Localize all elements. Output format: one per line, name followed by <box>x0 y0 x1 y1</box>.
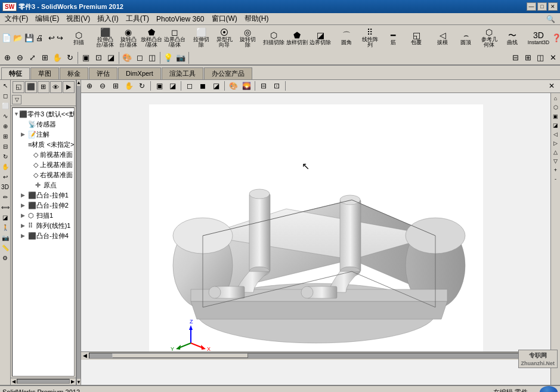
tb-extrude-cut[interactable]: ⬜ 拉伸切除 <box>190 26 212 50</box>
tb2-display-style[interactable]: ◻ <box>134 52 146 64</box>
tab-office[interactable]: 办公室产品 <box>204 67 252 79</box>
tb-wrap[interactable]: ◱ 包覆 <box>405 29 428 47</box>
lt-measure[interactable]: 📏 <box>1 243 10 253</box>
tb-revolve-cut[interactable]: ◎ 旋转切除 <box>236 26 259 50</box>
vp-scene[interactable]: 🌄 <box>240 81 252 91</box>
viewport-hscroll[interactable]: ◀ ▶ <box>81 351 550 360</box>
tb2-appearance[interactable]: 🎨 <box>121 52 133 64</box>
minimize-button[interactable]: — <box>527 2 536 11</box>
rt-back[interactable]: ◪ <box>552 121 560 129</box>
lt-snap-shot[interactable]: 📷 <box>1 233 10 243</box>
tb2-zoom-in[interactable]: ⊕ <box>1 52 13 64</box>
menu-help[interactable]: 帮助(H) <box>241 13 273 25</box>
tb-redo[interactable]: ↪ <box>56 32 64 44</box>
ft-config[interactable]: ⊞ <box>38 81 49 93</box>
tab-sheet-metal[interactable]: 标金 <box>60 67 88 79</box>
tree-origin[interactable]: ✛ 原点 <box>14 180 73 190</box>
rt-home[interactable]: ⌂ <box>552 94 560 103</box>
tb-loft-boss[interactable]: ⬟ 放样凸台/基体 <box>140 26 163 50</box>
tb-print[interactable]: 🖨 <box>35 32 44 44</box>
menu-tools[interactable]: 工具(T) <box>122 13 153 25</box>
lt-feature-select[interactable]: ◻ <box>1 91 10 101</box>
vp-options1[interactable]: ⊟ <box>258 81 270 91</box>
hscroll-thumb[interactable] <box>112 353 248 358</box>
maximize-button[interactable]: □ <box>537 2 547 11</box>
tab-render[interactable]: 渲染工具 <box>162 67 203 79</box>
lt-rotate[interactable]: ↻ <box>1 152 10 162</box>
rt-left[interactable]: ◁ <box>552 130 560 138</box>
tb-help-arrow[interactable]: ❓ <box>551 32 560 44</box>
tb-ref-geom[interactable]: ⬡ 参考几何体 <box>478 26 500 50</box>
rt-isometric[interactable]: ⬡ <box>552 103 560 112</box>
panel-scroll-up[interactable]: ▲ <box>76 80 81 85</box>
tb2-hide-show[interactable]: ◫ <box>146 52 158 64</box>
tb-boundary-cut[interactable]: ◪ 边界切除 <box>309 29 332 47</box>
tb2-zoom-sel[interactable]: ⊞ <box>39 52 51 64</box>
lt-3d-sketch[interactable]: 3D <box>1 183 10 192</box>
tab-features[interactable]: 特征 <box>1 67 30 79</box>
tree-material[interactable]: ≡ 材质 <未指定> <box>14 140 73 150</box>
rt-bottom[interactable]: ▽ <box>552 157 560 165</box>
ft-display[interactable]: 👁 <box>50 81 62 93</box>
tab-dimxpert[interactable]: DimXpert <box>118 67 161 79</box>
tb-rib[interactable]: ━ 筋 <box>382 29 404 47</box>
ft-filter[interactable]: ▽ <box>12 95 21 104</box>
tb-dome[interactable]: ⌢ 圆顶 <box>454 29 477 47</box>
tb2-tile-h[interactable]: ⊟ <box>509 52 521 64</box>
lt-sketch[interactable]: ✏ <box>1 193 10 202</box>
tb-extrude-boss[interactable]: ⬛ 拉伸凸台/基体 <box>94 26 116 50</box>
ft-props[interactable]: ⬛ <box>25 81 37 93</box>
tb2-cascade[interactable]: ◫ <box>534 52 546 64</box>
lt-lasso[interactable]: ∿ <box>1 112 10 121</box>
rt-top[interactable]: △ <box>552 148 560 156</box>
vp-zoom-out[interactable]: ⊖ <box>97 81 109 91</box>
lt-zoom-prev[interactable]: ⊟ <box>1 142 10 152</box>
viewport[interactable]: ⊕ ⊖ ⊞ ✋ ↻ ▣ ◪ ◻ ◼ ◪ 🎨 🌄 ⊟ ⊡ ✕ ⌂ ⬡ ▣ ◪ <box>81 80 560 385</box>
tree-sensors[interactable]: 📡 传感器 <box>14 119 73 129</box>
lt-pan[interactable]: ✋ <box>1 162 10 172</box>
lt-zoom-win[interactable]: ⊕ <box>1 122 10 131</box>
vp-display1[interactable]: ◻ <box>184 81 196 91</box>
tb2-view-orientation[interactable]: ⊡ <box>92 52 104 64</box>
tb2-rotate[interactable]: ↻ <box>64 52 76 64</box>
tb2-close-all[interactable]: ✕ <box>547 52 559 64</box>
vp-display3[interactable]: ◪ <box>210 81 222 91</box>
tree-right-plane[interactable]: ◇ 右视基准面 <box>14 170 73 180</box>
tb-save[interactable]: 💾 <box>24 32 35 44</box>
menu-insert[interactable]: 插入(I) <box>94 13 122 25</box>
vp-zoom-to-fit[interactable]: ⊕ <box>83 81 95 91</box>
vp-appear[interactable]: 🎨 <box>227 81 239 91</box>
menu-view[interactable]: 视图(V) <box>63 13 94 25</box>
tab-evaluate[interactable]: 评估 <box>89 67 117 79</box>
tb2-pan[interactable]: ✋ <box>51 52 63 64</box>
rt-zoom-minus[interactable]: - <box>552 175 560 183</box>
tb-hole-wizard[interactable]: ⦿ 异型孔向导 <box>213 26 236 50</box>
tb-new[interactable]: 📄 <box>1 32 12 44</box>
tree-boss-extrude1[interactable]: ▶ ⬛ 凸台-拉伸1 <box>14 190 73 200</box>
menu-edit[interactable]: 编辑(E) <box>32 13 63 25</box>
tb2-tile-v[interactable]: ⊞ <box>522 52 534 64</box>
tree-top-plane[interactable]: ◇ 上视基准面 <box>14 160 73 170</box>
tb-fillet[interactable]: ⌒ 圆角 <box>335 29 358 47</box>
vp-options2[interactable]: ⊡ <box>271 81 283 91</box>
tb2-standard-views[interactable]: ▣ <box>80 52 92 64</box>
tb-curves[interactable]: 〜 曲线 <box>501 29 524 47</box>
tb-linear-pattern[interactable]: ⠿ 线性阵列 <box>358 26 381 50</box>
tree-boss-extrude4[interactable]: ▶ ⬛ 凸台-拉伸4 <box>14 231 73 241</box>
tb2-zoom-all[interactable]: ⤢ <box>26 52 38 64</box>
vp-section[interactable]: ◪ <box>166 81 178 91</box>
close-button[interactable]: ✕ <box>548 2 558 11</box>
rt-zoom-plus[interactable]: + <box>552 166 560 174</box>
lt-walk[interactable]: 🚶 <box>1 223 10 233</box>
vp-std-views[interactable]: ▣ <box>153 81 165 91</box>
hscroll-left[interactable]: ◀ <box>81 353 89 359</box>
tree-front-plane[interactable]: ◇ 前视基准面 <box>14 150 73 160</box>
lt-zoom-all[interactable]: ⊞ <box>1 132 10 141</box>
rt-front[interactable]: ▣ <box>552 112 560 121</box>
lt-settings[interactable]: ⚙ <box>1 254 10 263</box>
tb-loft-cut[interactable]: ⬟ 放样切割 <box>286 29 308 47</box>
tb-open[interactable]: 📂 <box>13 32 23 44</box>
tree-linear-pattern1[interactable]: ▶ ⠿ 阵列(线性)1 <box>14 221 73 231</box>
tree-annotations[interactable]: ▶ 📝 注解 <box>14 129 73 140</box>
lt-box-select[interactable]: ⬜ <box>1 101 10 111</box>
